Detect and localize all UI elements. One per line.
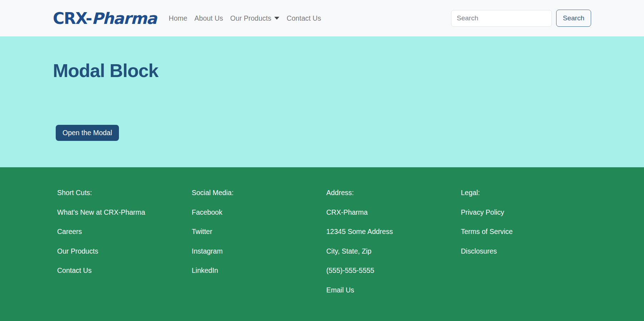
nav-link-about-us[interactable]: About Us <box>191 14 226 22</box>
footer-link-terms-of-service[interactable]: Terms of Service <box>461 228 587 235</box>
navbar: CRX-Pharma Home About Us Our Products Co… <box>0 0 644 36</box>
footer-link-twitter[interactable]: Twitter <box>192 228 318 235</box>
footer-heading-social-media: Social Media: <box>192 189 318 197</box>
footer-link-our-products[interactable]: Our Products <box>57 247 183 255</box>
footer-column-social-media: Social Media: Facebook Twitter Instagram… <box>188 189 322 305</box>
nav-link-contact-us[interactable]: Contact Us <box>283 14 324 22</box>
footer-address-company: CRX-Pharma <box>326 208 453 216</box>
footer-link-instagram[interactable]: Instagram <box>192 247 318 255</box>
footer-link-email-us[interactable]: Email Us <box>326 286 453 294</box>
main-nav: Home About Us Our Products Contact Us <box>165 14 325 22</box>
brand-text-regular: CRX- <box>53 9 92 27</box>
footer-column-address: Address: CRX-Pharma 12345 Some Address C… <box>322 189 457 305</box>
footer-column-legal: Legal: Privacy Policy Terms of Service D… <box>456 189 591 305</box>
footer-link-disclosures[interactable]: Disclosures <box>461 247 587 255</box>
brand-logo[interactable]: CRX-Pharma <box>53 9 156 27</box>
footer-link-privacy-policy[interactable]: Privacy Policy <box>461 208 587 216</box>
footer-address-city: City, State, Zip <box>326 247 453 255</box>
footer-link-linkedin[interactable]: LinkedIn <box>192 266 318 274</box>
nav-link-home[interactable]: Home <box>165 14 191 22</box>
page-title: Modal Block <box>53 36 591 81</box>
footer-heading-legal: Legal: <box>461 189 587 197</box>
footer-address-street: 12345 Some Address <box>326 228 453 235</box>
nav-link-our-products-label: Our Products <box>230 14 271 22</box>
footer-link-careers[interactable]: Careers <box>57 228 183 235</box>
search-form: Search <box>451 10 591 27</box>
footer-link-facebook[interactable]: Facebook <box>192 208 318 216</box>
footer-link-whats-new[interactable]: What's New at CRX-Pharma <box>57 208 183 216</box>
search-input[interactable] <box>451 10 552 27</box>
brand-text-italic: Pharma <box>92 9 157 27</box>
footer: Short Cuts: What's New at CRX-Pharma Car… <box>0 167 644 321</box>
footer-link-contact-us[interactable]: Contact Us <box>57 266 183 274</box>
footer-heading-address: Address: <box>326 189 453 197</box>
open-modal-button[interactable]: Open the Modal <box>56 125 119 141</box>
nav-link-our-products[interactable]: Our Products <box>227 14 283 22</box>
search-button[interactable]: Search <box>556 10 591 27</box>
hero-section: Modal Block Open the Modal <box>0 36 644 167</box>
footer-address-phone: (555)-555-5555 <box>326 266 453 274</box>
footer-column-shortcuts: Short Cuts: What's New at CRX-Pharma Car… <box>53 189 188 305</box>
footer-heading-shortcuts: Short Cuts: <box>57 189 183 197</box>
chevron-down-icon <box>274 17 279 20</box>
